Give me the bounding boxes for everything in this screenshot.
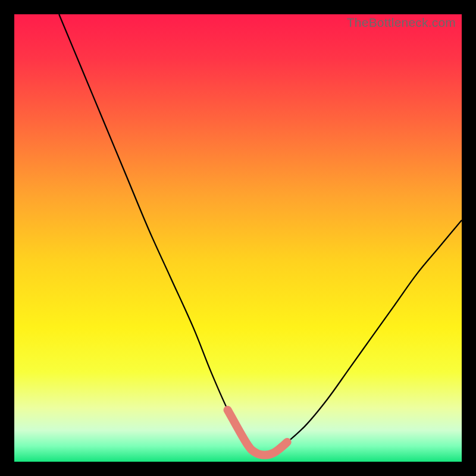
optimal-range-highlight — [228, 410, 287, 455]
curve-layer — [14, 14, 462, 462]
watermark-text: TheBottleneck.com — [347, 15, 456, 30]
chart-frame: TheBottleneck.com — [0, 0, 476, 476]
bottleneck-curve — [59, 14, 462, 455]
plot-area: TheBottleneck.com — [14, 14, 462, 462]
